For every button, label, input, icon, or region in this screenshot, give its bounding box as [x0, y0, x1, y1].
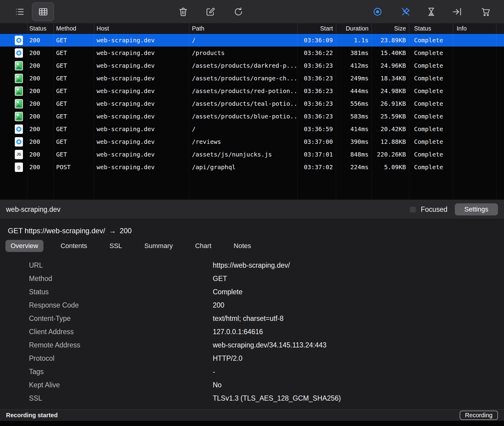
- host-column-header[interactable]: Host: [94, 24, 189, 34]
- proxy-app-window: Status Method Host Path Start Duration S…: [0, 0, 504, 426]
- method-cell: GET: [54, 47, 94, 59]
- start-cell: 03:36:23: [298, 72, 336, 85]
- info-cell: [453, 148, 496, 161]
- status-column-header[interactable]: Status: [27, 24, 54, 34]
- detail-row: URL https://web-scraping.dev/: [0, 259, 504, 272]
- table-row[interactable]: 200 GET web-scraping.dev /assets/product…: [0, 110, 504, 123]
- focused-checkbox[interactable]: [409, 206, 416, 213]
- tab-contents[interactable]: Contents: [56, 240, 92, 252]
- duration-cell: 1.1s: [336, 34, 372, 47]
- start-column-header[interactable]: Start: [298, 24, 336, 34]
- record-icon[interactable]: [372, 6, 384, 18]
- table-row[interactable]: JS 200 GET web-scraping.dev /assets/js/n…: [0, 148, 504, 161]
- scrollbar-gutter-cell: [496, 135, 504, 148]
- method-cell: GET: [54, 110, 94, 123]
- settings-button[interactable]: Settings: [455, 203, 498, 215]
- table-row[interactable]: {} 200 POST web-scraping.dev /api/graphq…: [0, 161, 504, 173]
- method-cell: POST: [54, 161, 94, 173]
- recording-badge[interactable]: Recording: [460, 411, 498, 420]
- table-row[interactable]: 200 GET web-scraping.dev /assets/product…: [0, 59, 504, 72]
- size-cell: 5.09KB: [372, 161, 409, 173]
- start-cell: 03:37:01: [298, 148, 336, 161]
- host-cell: web-scraping.dev: [94, 59, 189, 72]
- table-empty-area: [0, 173, 504, 199]
- duration-cell: 224ms: [336, 161, 372, 173]
- size-cell: 24.98KB: [372, 85, 409, 97]
- status-cell: 200: [27, 47, 54, 59]
- scrollbar-gutter-cell: [496, 72, 504, 85]
- icon-cell: [0, 34, 27, 47]
- duration-cell: 381ms: [336, 47, 372, 59]
- detail-field-value: TLSv1.3 (TLS_AES_128_GCM_SHA256): [213, 394, 341, 402]
- hourglass-icon[interactable]: [425, 6, 437, 18]
- cart-icon[interactable]: [480, 6, 492, 18]
- status-cell: 200: [27, 148, 54, 161]
- table-row[interactable]: 200 GET web-scraping.dev /assets/product…: [0, 85, 504, 97]
- host-cell: web-scraping.dev: [94, 148, 189, 161]
- method-column-header[interactable]: Method: [54, 24, 94, 34]
- size-cell: 25.59KB: [372, 110, 409, 123]
- jump-to-end-icon[interactable]: [451, 6, 463, 18]
- table-row[interactable]: 200 GET web-scraping.dev /products 03:36…: [0, 47, 504, 59]
- start-cell: 03:37:00: [298, 135, 336, 148]
- list-view-icon[interactable]: [14, 6, 26, 18]
- compose-icon[interactable]: [204, 6, 216, 18]
- response-code: 200: [120, 227, 132, 235]
- detail-field-label: Tags: [29, 368, 213, 376]
- detail-field-label: Protocol: [29, 354, 213, 363]
- detail-row: Kept Alive No: [0, 378, 504, 392]
- tab-ssl[interactable]: SSL: [104, 240, 127, 252]
- path-column-header[interactable]: Path: [189, 24, 298, 34]
- info-cell: [453, 72, 496, 85]
- host-cell: web-scraping.dev: [94, 34, 189, 47]
- info-column-header[interactable]: Info: [453, 24, 496, 34]
- size-cell: 20.42KB: [372, 123, 409, 135]
- scrollbar-gutter-cell: [496, 47, 504, 59]
- disable-pin-icon[interactable]: [400, 6, 412, 18]
- method-cell: GET: [54, 34, 94, 47]
- tab-summary[interactable]: Summary: [139, 240, 178, 252]
- scrollbar-gutter-cell: [496, 161, 504, 173]
- duration-cell: 412ms: [336, 59, 372, 72]
- state-cell: Complete: [409, 59, 453, 72]
- file-type-icon: [15, 61, 23, 70]
- duration-cell: 583ms: [336, 110, 372, 123]
- state-column-header[interactable]: Status: [409, 24, 453, 34]
- table-row[interactable]: 200 GET web-scraping.dev /assets/product…: [0, 97, 504, 110]
- detail-field-label: URL: [29, 261, 213, 269]
- info-cell: [453, 59, 496, 72]
- path-cell: /assets/products/darkred-p...: [189, 59, 298, 72]
- info-cell: [453, 135, 496, 148]
- host-cell: web-scraping.dev: [94, 123, 189, 135]
- host-cell: web-scraping.dev: [94, 85, 189, 97]
- status-cell: 200: [27, 123, 54, 135]
- status-cell: 200: [27, 161, 54, 173]
- status-cell: 200: [27, 85, 54, 97]
- table-view-button[interactable]: [32, 2, 54, 21]
- detail-field-value: No: [213, 381, 222, 389]
- refresh-icon[interactable]: [232, 6, 244, 18]
- start-cell: 03:36:23: [298, 110, 336, 123]
- request-summary-line: GET https://web-scraping.dev/→200: [0, 219, 504, 237]
- detail-field-label: Content-Type: [29, 315, 213, 323]
- scrollbar-gutter-cell: [496, 85, 504, 97]
- duration-column-header[interactable]: Duration: [336, 24, 372, 34]
- table-row[interactable]: 200 GET web-scraping.dev / 03:36:09 1.1s…: [0, 34, 504, 47]
- detail-pane: GET https://web-scraping.dev/→200 Overvi…: [0, 219, 504, 409]
- table-row[interactable]: 200 GET web-scraping.dev / 03:36:59 414m…: [0, 123, 504, 135]
- table-header: Status Method Host Path Start Duration S…: [0, 24, 504, 34]
- size-column-header[interactable]: Size: [372, 24, 409, 34]
- tab-notes[interactable]: Notes: [228, 240, 256, 252]
- path-cell: /products: [189, 47, 298, 59]
- trash-icon[interactable]: [177, 6, 189, 18]
- tab-overview[interactable]: Overview: [5, 240, 43, 252]
- detail-field-label: Remote Address: [29, 341, 213, 349]
- status-cell: 200: [27, 72, 54, 85]
- table-row[interactable]: 200 GET web-scraping.dev /assets/product…: [0, 72, 504, 85]
- detail-field-value: Complete: [213, 288, 242, 296]
- state-cell: Complete: [409, 85, 453, 97]
- state-cell: Complete: [409, 72, 453, 85]
- tab-chart[interactable]: Chart: [190, 240, 216, 252]
- detail-field-label: Response Code: [29, 301, 213, 309]
- table-row[interactable]: 200 GET web-scraping.dev /reviews 03:37:…: [0, 135, 504, 148]
